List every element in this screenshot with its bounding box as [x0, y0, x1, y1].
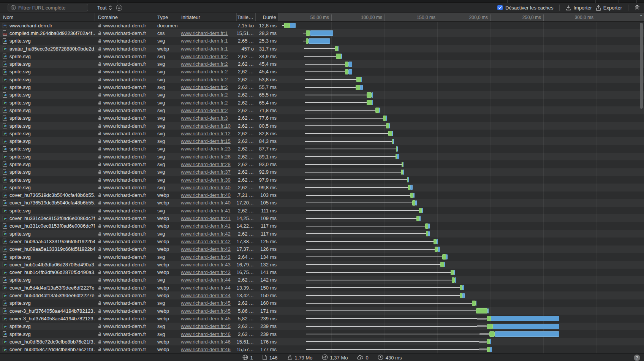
column-header-nom[interactable]: Nom: [0, 13, 95, 21]
disable-caches-checkbox[interactable]: Désactiver les caches: [497, 5, 553, 11]
table-row-request[interactable]: sprite.svgwww.richard-dern.frsvgwww.rich…: [0, 207, 644, 214]
initiator-link[interactable]: www.richard-dern.fr:3: [181, 115, 228, 121]
table-row-request[interactable]: sprite.svgwww.richard-dern.frsvgwww.rich…: [0, 153, 644, 160]
column-header-taille[interactable]: Taille…: [237, 13, 256, 21]
table-row-request[interactable]: sprite.svgwww.richard-dern.frsvgwww.rich…: [0, 276, 644, 284]
initiator-link[interactable]: www.richard-dern.fr:2: [181, 54, 228, 59]
table-row-request[interactable]: sprite.svgwww.richard-dern.frsvgwww.rich…: [0, 137, 644, 145]
column-header-type[interactable]: Type: [154, 13, 178, 21]
initiator-link[interactable]: www.richard-dern.fr:45: [181, 300, 231, 306]
initiator-link[interactable]: www.richard-dern.fr:41: [181, 215, 231, 221]
table-row-request[interactable]: cover-3_huf3764058ae44194b782123…www.ric…: [0, 307, 644, 315]
table-row-request[interactable]: cover_hu331c0ec8153f0ad6e0086dc7f…www.ri…: [0, 214, 644, 222]
initiator-link[interactable]: www.richard-dern.fr:45: [181, 316, 231, 321]
table-row-request[interactable]: cover_hub1c4fb3dfa06d2870f5d490a3…www.ri…: [0, 261, 644, 268]
initiator-link[interactable]: www.richard-dern.fr:23: [181, 146, 231, 152]
table-row-request[interactable]: sprite.svgwww.richard-dern.frsvgwww.rich…: [0, 60, 644, 68]
table-row-request[interactable]: sprite.svgwww.richard-dern.frsvgwww.rich…: [0, 323, 644, 330]
table-row-request[interactable]: sprite.svgwww.richard-dern.frsvgwww.rich…: [0, 122, 644, 130]
initiator-link[interactable]: www.richard-dern.fr:40: [181, 200, 231, 206]
table-row-request[interactable]: sprite.svgwww.richard-dern.frsvgwww.rich…: [0, 299, 644, 307]
table-row-request[interactable]: sprite.svgwww.richard-dern.frsvgwww.rich…: [0, 37, 644, 45]
initiator-link[interactable]: www.richard-dern.fr:42: [181, 239, 231, 244]
initiator-link[interactable]: www.richard-dern.fr:2: [181, 92, 228, 98]
initiator-link[interactable]: www.richard-dern.fr:2: [181, 100, 228, 106]
help-button[interactable]: ?: [634, 355, 640, 361]
table-row-request[interactable]: cover_hu5d4d4af13a53f9dee6df2227e…www.ri…: [0, 284, 644, 291]
initiator-link[interactable]: www.richard-dern.fr:39: [181, 177, 231, 183]
column-header-domaine[interactable]: Domaine: [95, 13, 154, 21]
table-row-request[interactable]: cover_hub1c4fb3dfa06d2870f5d490a3…www.ri…: [0, 269, 644, 276]
table-row-request[interactable]: sprite.svgwww.richard-dern.frsvgwww.rich…: [0, 114, 644, 122]
initiator-link[interactable]: www.richard-dern.fr:15: [181, 138, 231, 144]
grouping-options-icon[interactable]: [116, 5, 122, 11]
table-row-request[interactable]: sprite.svgwww.richard-dern.frsvgwww.rich…: [0, 184, 644, 191]
table-row-request[interactable]: <>www.richard-dern.frwww.richard-dern.fr…: [0, 22, 644, 29]
initiator-link[interactable]: www.richard-dern.fr:40: [181, 185, 231, 190]
initiator-link[interactable]: www.richard-dern.fr:2: [181, 69, 228, 74]
import-button[interactable]: Importer: [566, 5, 592, 11]
table-row-request[interactable]: sprite.svgwww.richard-dern.frsvgwww.rich…: [0, 145, 644, 153]
initiator-link[interactable]: www.richard-dern.fr:46: [181, 347, 231, 352]
table-row-request[interactable]: cover_hu09aa5a133319c66fd5f1922b4…www.ri…: [0, 238, 644, 245]
table-row-request[interactable]: cover_hu09aa5a133319c66fd5f1922b4…www.ri…: [0, 245, 644, 253]
table-row-request[interactable]: cover_hu0df58c72dc9cfbe8bb76c21f3…www.ri…: [0, 345, 644, 353]
initiator-link[interactable]: www.richard-dern.fr:44: [181, 277, 231, 283]
scroll-up-arrow-icon[interactable]: ⌃: [639, 14, 643, 19]
initiator-link[interactable]: www.richard-dern.fr:2: [181, 77, 228, 82]
initiator-link[interactable]: www.richard-dern.fr:40: [181, 192, 231, 198]
initiator-link[interactable]: www.richard-dern.fr:1: [181, 46, 228, 52]
table-row-request[interactable]: sprite.svgwww.richard-dern.frsvgwww.rich…: [0, 160, 644, 168]
table-row-request[interactable]: sprite.svgwww.richard-dern.frsvgwww.rich…: [0, 76, 644, 83]
table-row-request[interactable]: sprite.svgwww.richard-dern.frsvgwww.rich…: [0, 106, 644, 114]
table-row-request[interactable]: cover-3_huf3764058ae44194b782123…www.ric…: [0, 315, 644, 322]
resource-type-select[interactable]: Tout: [97, 5, 112, 11]
table-row-request[interactable]: sprite.svgwww.richard-dern.frsvgwww.rich…: [0, 253, 644, 261]
table-row-request[interactable]: sprite.svgwww.richard-dern.frsvgwww.rich…: [0, 68, 644, 76]
table-row-request[interactable]: sprite.svgwww.richard-dern.frsvgwww.rich…: [0, 52, 644, 60]
initiator-link[interactable]: www.richard-dern.fr:43: [181, 262, 231, 268]
table-row-request[interactable]: sprite.svgwww.richard-dern.frsvgwww.rich…: [0, 130, 644, 137]
initiator-link[interactable]: www.richard-dern.fr:41: [181, 208, 231, 214]
table-row-request[interactable]: sprite.svgwww.richard-dern.frsvgwww.rich…: [0, 99, 644, 106]
initiator-link[interactable]: www.richard-dern.fr:28: [181, 162, 231, 167]
url-filter-input[interactable]: Filtrer l’URL complète: [8, 4, 88, 11]
table-row-request[interactable]: cover_hu0df58c72dc9cfbe8bb76c21f3…www.ri…: [0, 338, 644, 345]
initiator-link[interactable]: www.richard-dern.fr:1: [181, 38, 228, 44]
table-row-request[interactable]: cover_hu736519dc3b5040cfa48b6b55…www.ric…: [0, 199, 644, 207]
initiator-link[interactable]: www.richard-dern.fr:45: [181, 308, 231, 314]
table-row-request[interactable]: sprite.svgwww.richard-dern.frsvgwww.rich…: [0, 230, 644, 238]
initiator-link[interactable]: www.richard-dern.fr:43: [181, 269, 231, 275]
initiator-link[interactable]: www.richard-dern.fr:2: [181, 108, 228, 113]
column-header-duree[interactable]: Durée: [256, 13, 278, 21]
initiator-link[interactable]: www.richard-dern.fr:12: [181, 131, 231, 136]
table-row-request[interactable]: csscompiled.min.264dba0d92236f702a4f…www…: [0, 29, 644, 37]
table-row-request[interactable]: cover_hu5d4d4af13a53f9dee6df2227e…www.ri…: [0, 291, 644, 299]
table-row-request[interactable]: sprite.svgwww.richard-dern.frsvgwww.rich…: [0, 168, 644, 176]
table-row-request[interactable]: sprite.svgwww.richard-dern.frsvgwww.rich…: [0, 330, 644, 338]
export-button[interactable]: Exporter: [596, 5, 622, 11]
initiator-link[interactable]: www.richard-dern.fr:46: [181, 339, 231, 345]
initiator-link[interactable]: www.richard-dern.fr:26: [181, 154, 231, 160]
table-row-request[interactable]: sprite.svgwww.richard-dern.frsvgwww.rich…: [0, 83, 644, 91]
table-row-request[interactable]: sprite.svgwww.richard-dern.frsvgwww.rich…: [0, 91, 644, 99]
initiator-link[interactable]: www.richard-dern.fr:2: [181, 84, 228, 90]
initiator-link[interactable]: www.richard-dern.fr:10: [181, 123, 231, 129]
initiator-link[interactable]: www.richard-dern.fr:42: [181, 231, 231, 237]
table-row-request[interactable]: avatar_hu85ecc3e298728880b0bde2d…www.ric…: [0, 45, 644, 52]
initiator-link[interactable]: www.richard-dern.fr:44: [181, 293, 231, 298]
initiator-link[interactable]: www.richard-dern.fr:1: [181, 30, 228, 36]
column-header-initiateur[interactable]: Initiateur: [178, 13, 237, 21]
vertical-scrollbar[interactable]: [640, 23, 643, 109]
initiator-link[interactable]: www.richard-dern.fr:46: [181, 331, 231, 337]
initiator-link[interactable]: www.richard-dern.fr:2: [181, 61, 228, 67]
table-row-request[interactable]: sprite.svgwww.richard-dern.frsvgwww.rich…: [0, 176, 644, 184]
initiator-link[interactable]: www.richard-dern.fr:42: [181, 246, 231, 252]
initiator-link[interactable]: www.richard-dern.fr:37: [181, 169, 231, 175]
initiator-link[interactable]: www.richard-dern.fr:43: [181, 254, 231, 260]
clear-network-items-trash-icon[interactable]: [635, 5, 640, 11]
initiator-link[interactable]: www.richard-dern.fr:41: [181, 223, 231, 229]
table-row-request[interactable]: cover_hu331c0ec8153f0ad6e0086dc7f…www.ri…: [0, 222, 644, 230]
initiator-link[interactable]: www.richard-dern.fr:45: [181, 323, 231, 329]
initiator-link[interactable]: www.richard-dern.fr:44: [181, 285, 231, 291]
